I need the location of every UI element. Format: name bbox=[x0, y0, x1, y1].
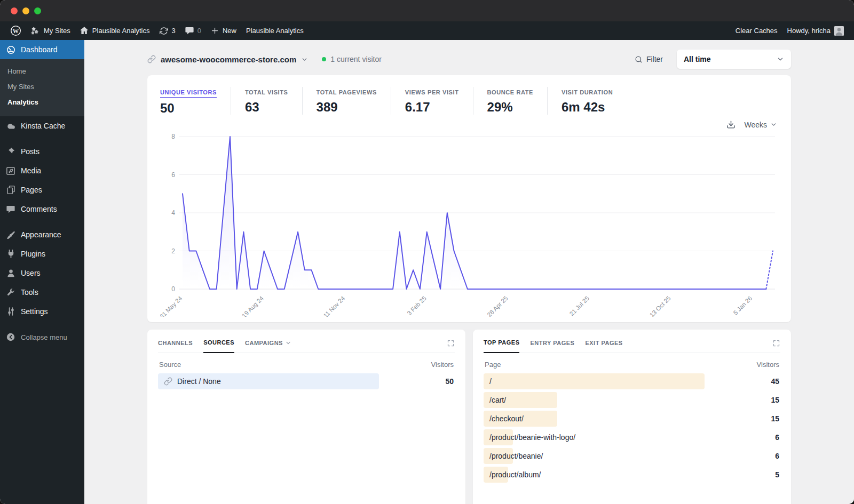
link-icon bbox=[164, 377, 172, 386]
stat-label: VISIT DURATION bbox=[562, 89, 613, 97]
sidebar-item-users[interactable]: Users bbox=[0, 263, 84, 283]
appearance-icon bbox=[5, 230, 16, 239]
pin-icon bbox=[5, 147, 16, 156]
my-sites-label: My Sites bbox=[44, 27, 70, 35]
current-visitors-label: 1 current visitor bbox=[330, 55, 382, 63]
sidebar-item-tools[interactable]: Tools bbox=[0, 283, 84, 302]
settings-icon bbox=[5, 307, 16, 316]
chart-svg: 0246831 May 2419 Aug 2411 Nov 243 Feb 25… bbox=[160, 129, 778, 317]
search-icon bbox=[635, 55, 643, 63]
svg-text:W: W bbox=[13, 28, 19, 34]
pages-row[interactable]: /product/beanie/6 bbox=[484, 448, 780, 464]
expand-icon[interactable] bbox=[447, 339, 455, 353]
comments-menu[interactable]: 0 bbox=[180, 21, 206, 40]
sidebar-item-comments[interactable]: Comments bbox=[0, 199, 84, 219]
site-selector[interactable]: awesome-woocommerce-store.com bbox=[147, 55, 308, 64]
stat-visit-duration[interactable]: VISIT DURATION6m 42s bbox=[547, 87, 627, 115]
sidebar-item-kinsta-cache[interactable]: Kinsta Cache bbox=[0, 116, 84, 135]
stat-views-per-visit[interactable]: VIEWS PER VISIT6.17 bbox=[391, 87, 473, 115]
row-label: /product/beanie/ bbox=[484, 452, 543, 460]
svg-text:8: 8 bbox=[171, 133, 175, 140]
stat-bounce-rate[interactable]: BOUNCE RATE29% bbox=[473, 87, 547, 115]
comments-count: 0 bbox=[197, 27, 201, 35]
pages-row[interactable]: /checkout/15 bbox=[484, 411, 780, 427]
live-dot bbox=[322, 57, 326, 61]
expand-icon[interactable] bbox=[772, 339, 780, 353]
wp-logo-menu[interactable]: W bbox=[5, 21, 26, 40]
sidebar-subitem-analytics[interactable]: Analytics bbox=[0, 94, 84, 110]
stat-label: TOTAL PAGEVIEWS bbox=[317, 89, 377, 97]
date-range-select[interactable]: All time bbox=[677, 50, 791, 69]
close-window-button[interactable] bbox=[11, 7, 18, 14]
svg-text:21 Jul 25: 21 Jul 25 bbox=[568, 295, 590, 317]
sidebar-item-appearance[interactable]: Appearance bbox=[0, 225, 84, 244]
sidebar-item-pages[interactable]: Pages bbox=[0, 180, 84, 199]
visitors-card: UNIQUE VISITORS50TOTAL VISITS63TOTAL PAG… bbox=[147, 75, 791, 322]
sidebar-subitem-my-sites[interactable]: My Sites bbox=[0, 79, 84, 94]
tab-exit-pages[interactable]: EXIT PAGES bbox=[585, 340, 622, 353]
sources-columns: SourceVisitors bbox=[159, 361, 454, 369]
plugin-icon bbox=[5, 249, 16, 259]
svg-text:0: 0 bbox=[171, 285, 175, 293]
tab-channels[interactable]: CHANNELS bbox=[158, 340, 193, 353]
filter-button[interactable]: Filter bbox=[635, 55, 663, 63]
updates-menu[interactable]: 3 bbox=[155, 21, 180, 40]
sidebar-item-settings[interactable]: Settings bbox=[0, 302, 84, 321]
link-icon bbox=[147, 55, 156, 63]
date-range-value: All time bbox=[684, 55, 711, 63]
svg-text:11 Nov 24: 11 Nov 24 bbox=[322, 295, 346, 317]
macos-titlebar bbox=[0, 0, 854, 21]
sidebar-item-label: Pages bbox=[21, 186, 42, 194]
my-sites-menu[interactable]: My Sites bbox=[26, 21, 75, 40]
sources-row[interactable]: Direct / None50 bbox=[158, 373, 455, 389]
analytics-topbar: awesome-woocommerce-store.com 1 current … bbox=[147, 50, 791, 69]
chevron-down-icon bbox=[301, 56, 308, 63]
download-icon[interactable] bbox=[726, 120, 736, 129]
pages-row[interactable]: /45 bbox=[484, 373, 780, 389]
sidebar-item-media[interactable]: Media bbox=[0, 161, 84, 180]
stat-total-pageviews[interactable]: TOTAL PAGEVIEWS389 bbox=[302, 87, 391, 115]
clear-caches-button[interactable]: Clear Caches bbox=[731, 27, 782, 35]
interval-select[interactable]: Weeks bbox=[744, 121, 777, 129]
stat-label: VIEWS PER VISIT bbox=[405, 89, 459, 97]
collapse-arrow-icon bbox=[5, 332, 16, 342]
visitors-chart: 0246831 May 2419 Aug 2411 Nov 243 Feb 25… bbox=[160, 129, 778, 317]
new-content-menu[interactable]: New bbox=[206, 21, 241, 40]
stat-unique-visitors[interactable]: UNIQUE VISITORS50 bbox=[160, 87, 231, 116]
row-value: 6 bbox=[775, 433, 780, 442]
site-domain: awesome-woocommerce-store.com bbox=[161, 55, 296, 64]
tools-icon bbox=[5, 287, 16, 297]
site-home-menu[interactable]: Plausible Analytics bbox=[75, 21, 155, 40]
zoom-window-button[interactable] bbox=[34, 7, 41, 14]
sidebar-item-posts[interactable]: Posts bbox=[0, 142, 84, 161]
row-label: Direct / None bbox=[158, 377, 221, 386]
pages-row[interactable]: /cart/15 bbox=[484, 392, 780, 408]
dashboard-submenu: HomeMy SitesAnalytics bbox=[0, 59, 84, 116]
chevron-down-icon bbox=[777, 55, 784, 63]
column-value: Visitors bbox=[431, 361, 454, 369]
sidebar-subitem-home[interactable]: Home bbox=[0, 63, 84, 79]
row-label: /product/beanie-with-logo/ bbox=[484, 433, 575, 442]
collapse-menu-button[interactable]: Collapse menu bbox=[0, 327, 84, 347]
sidebar-item-plugins[interactable]: Plugins bbox=[0, 244, 84, 263]
tab-top-pages[interactable]: TOP PAGES bbox=[484, 339, 519, 353]
minimize-window-button[interactable] bbox=[22, 7, 29, 14]
tab-entry-pages[interactable]: ENTRY PAGES bbox=[530, 340, 574, 353]
account-menu[interactable]: Howdy, hricha bbox=[782, 26, 849, 36]
admin-bar-right: Clear Caches Howdy, hricha bbox=[731, 26, 849, 36]
tab-campaigns[interactable]: CAMPAIGNS bbox=[245, 340, 291, 353]
stat-total-visits[interactable]: TOTAL VISITS63 bbox=[231, 87, 302, 115]
pages-tabs: TOP PAGESENTRY PAGESEXIT PAGES bbox=[484, 339, 780, 353]
svg-text:2: 2 bbox=[171, 247, 175, 255]
pages-row[interactable]: /product/beanie-with-logo/6 bbox=[484, 429, 780, 445]
filter-label: Filter bbox=[646, 55, 663, 63]
stat-value: 6m 42s bbox=[562, 100, 613, 115]
sidebar-item-label: Dashboard bbox=[21, 45, 58, 54]
row-value: 5 bbox=[775, 470, 780, 479]
pages-row[interactable]: /product/album/5 bbox=[484, 467, 780, 483]
row-value: 50 bbox=[445, 377, 455, 386]
stat-value: 389 bbox=[317, 100, 377, 115]
tab-sources[interactable]: SOURCES bbox=[203, 339, 234, 353]
sidebar-item-dashboard[interactable]: Dashboard bbox=[0, 40, 84, 59]
stat-label: BOUNCE RATE bbox=[487, 89, 533, 97]
